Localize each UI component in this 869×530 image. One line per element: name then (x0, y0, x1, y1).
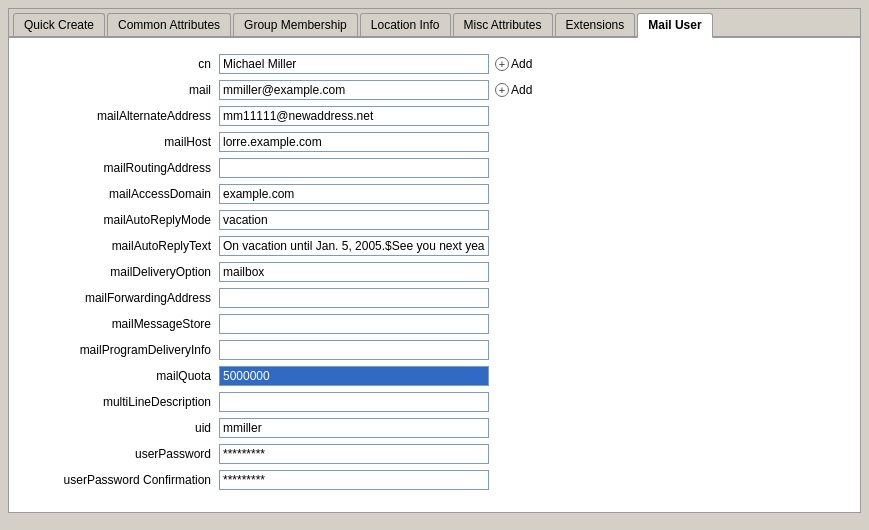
field-input-mailautoreplymode[interactable] (219, 210, 489, 230)
field-input-userpassword[interactable] (219, 444, 489, 464)
field-input-mailforwardingaddress[interactable] (219, 288, 489, 308)
field-label-mailprogramdeliveryinfo: mailProgramDeliveryInfo (29, 343, 219, 357)
field-label-userpassword: userPassword (29, 447, 219, 461)
form-row: mailAccessDomain (29, 184, 840, 204)
field-label-uid: uid (29, 421, 219, 435)
field-input-mailroutingaddress[interactable] (219, 158, 489, 178)
field-label-mailhost: mailHost (29, 135, 219, 149)
tab-common-attributes[interactable]: Common Attributes (107, 13, 231, 36)
field-input-mail[interactable] (219, 80, 489, 100)
form-row: cn+Add (29, 54, 840, 74)
field-input-mailquota[interactable] (219, 366, 489, 386)
field-input-mailalternateaddress[interactable] (219, 106, 489, 126)
field-input-uid[interactable] (219, 418, 489, 438)
tab-bar: Quick CreateCommon AttributesGroup Membe… (9, 9, 860, 38)
field-input-mailhost[interactable] (219, 132, 489, 152)
field-label-userpassword-confirmation: userPassword Confirmation (29, 473, 219, 487)
add-button-mail[interactable]: +Add (495, 83, 532, 97)
main-container: Quick CreateCommon AttributesGroup Membe… (8, 8, 861, 513)
field-input-multilinedescription[interactable] (219, 392, 489, 412)
field-input-userpassword-confirmation[interactable] (219, 470, 489, 490)
tab-extensions[interactable]: Extensions (555, 13, 636, 36)
form-row: mailAutoReplyText (29, 236, 840, 256)
field-label-mail: mail (29, 83, 219, 97)
field-label-mailroutingaddress: mailRoutingAddress (29, 161, 219, 175)
form-row: mailAlternateAddress (29, 106, 840, 126)
field-label-maildeliveryoption: mailDeliveryOption (29, 265, 219, 279)
form-row: mailForwardingAddress (29, 288, 840, 308)
field-input-mailmessagestore[interactable] (219, 314, 489, 334)
form-row: mailRoutingAddress (29, 158, 840, 178)
form-row: mail+Add (29, 80, 840, 100)
add-circle-icon: + (495, 57, 509, 71)
tab-mail-user[interactable]: Mail User (637, 13, 712, 38)
form-row: mailDeliveryOption (29, 262, 840, 282)
form-row: mailQuota (29, 366, 840, 386)
form-content: cn+Addmail+AddmailAlternateAddressmailHo… (9, 38, 860, 512)
add-label: Add (511, 57, 532, 71)
add-button-cn[interactable]: +Add (495, 57, 532, 71)
field-label-mailautoreplytext: mailAutoReplyText (29, 239, 219, 253)
tab-misc-attributes[interactable]: Misc Attributes (453, 13, 553, 36)
add-label: Add (511, 83, 532, 97)
field-input-mailaccessdomain[interactable] (219, 184, 489, 204)
tab-location-info[interactable]: Location Info (360, 13, 451, 36)
field-input-maildeliveryoption[interactable] (219, 262, 489, 282)
tab-quick-create[interactable]: Quick Create (13, 13, 105, 36)
form-row: mailMessageStore (29, 314, 840, 334)
field-label-mailforwardingaddress: mailForwardingAddress (29, 291, 219, 305)
form-row: uid (29, 418, 840, 438)
field-label-cn: cn (29, 57, 219, 71)
field-label-mailaccessdomain: mailAccessDomain (29, 187, 219, 201)
field-label-mailautoreplymode: mailAutoReplyMode (29, 213, 219, 227)
form-row: userPassword (29, 444, 840, 464)
form-row: mailProgramDeliveryInfo (29, 340, 840, 360)
form-row: multiLineDescription (29, 392, 840, 412)
field-input-mailautoreplytext[interactable] (219, 236, 489, 256)
add-circle-icon: + (495, 83, 509, 97)
form-row: mailAutoReplyMode (29, 210, 840, 230)
field-input-cn[interactable] (219, 54, 489, 74)
field-label-mailmessagestore: mailMessageStore (29, 317, 219, 331)
field-input-mailprogramdeliveryinfo[interactable] (219, 340, 489, 360)
form-row: userPassword Confirmation (29, 470, 840, 490)
tab-group-membership[interactable]: Group Membership (233, 13, 358, 36)
field-label-mailalternateaddress: mailAlternateAddress (29, 109, 219, 123)
field-label-mailquota: mailQuota (29, 369, 219, 383)
field-label-multilinedescription: multiLineDescription (29, 395, 219, 409)
form-row: mailHost (29, 132, 840, 152)
